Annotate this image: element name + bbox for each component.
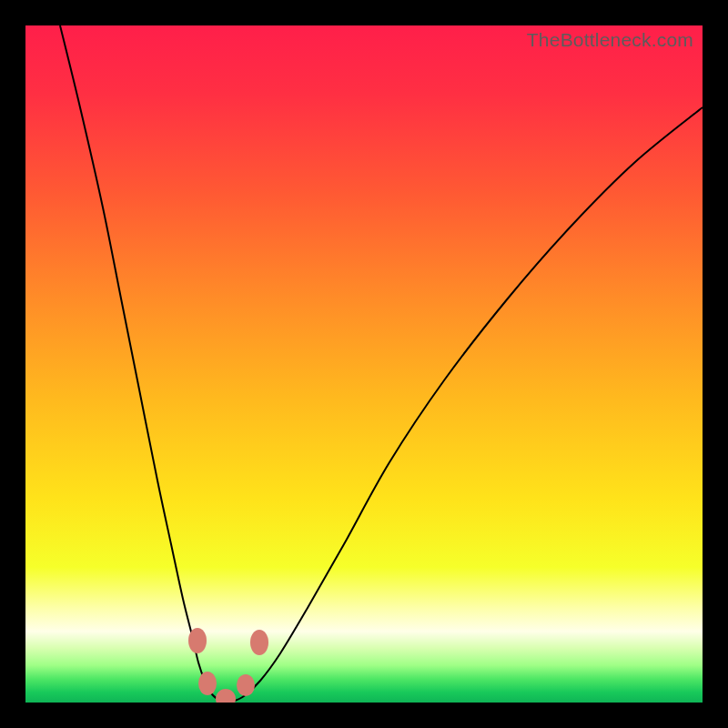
right-curve: [230, 107, 703, 703]
valley-marker: [237, 674, 255, 696]
valley-marker: [216, 689, 236, 703]
valley-marker: [250, 630, 268, 655]
valley-marker: [188, 628, 207, 653]
plot-svg: [25, 25, 703, 703]
valley-marker: [198, 672, 217, 695]
left-curve: [60, 25, 230, 703]
markers-group: [188, 628, 268, 703]
chart-area: TheBottleneck.com: [25, 25, 703, 703]
